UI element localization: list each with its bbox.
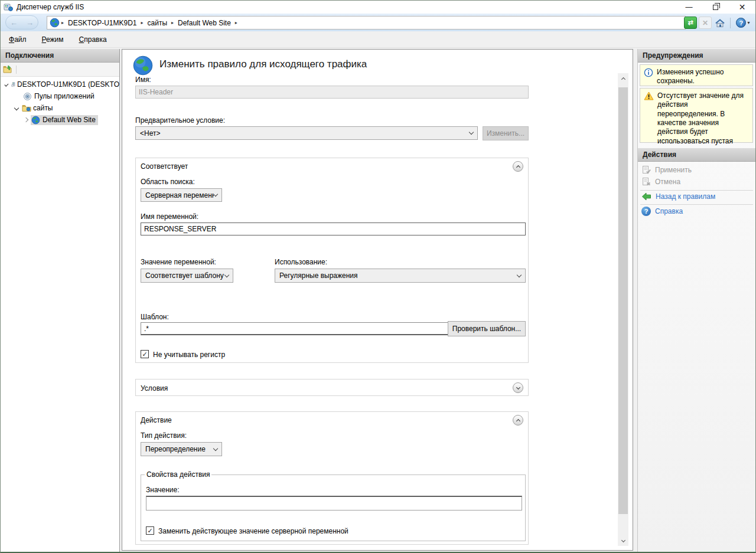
address-bar[interactable]: ▸ DESKTOP-U1MK9D1 ▸ сайты ▸ Default Web … bbox=[47, 16, 686, 30]
restore-button[interactable] bbox=[702, 1, 729, 14]
action-type-value: Переопределение bbox=[145, 445, 206, 453]
collapse-section-button[interactable] bbox=[513, 415, 523, 426]
scrollbar-thumb[interactable] bbox=[618, 87, 628, 514]
help-label: Справка bbox=[655, 207, 683, 215]
action-properties-group: Свойства действия Значение: ✓ Заменить д… bbox=[141, 470, 526, 541]
menu-help[interactable]: Справка bbox=[79, 35, 107, 44]
collapse-section-button[interactable] bbox=[513, 161, 523, 172]
scope-select[interactable]: Серверная переменн bbox=[141, 188, 222, 202]
application-pools-icon bbox=[23, 92, 32, 101]
conditions-section: Условия bbox=[135, 379, 529, 396]
tree-item-default-web-site[interactable]: Default Web Site bbox=[1, 114, 119, 126]
scroll-down-button[interactable] bbox=[618, 535, 628, 546]
pattern-input[interactable] bbox=[141, 322, 448, 335]
window-title: Диспетчер служб IIS bbox=[17, 3, 84, 11]
sites-folder-icon bbox=[22, 104, 31, 112]
breadcrumb-arrow-icon[interactable]: ▸ bbox=[141, 20, 144, 25]
tree-item-label: DESKTOP-U1MK9D1 (DESKTO bbox=[17, 80, 119, 89]
variable-name-input[interactable] bbox=[141, 222, 526, 235]
breadcrumb-arrow-icon[interactable]: ▸ bbox=[171, 20, 174, 25]
minimize-button[interactable]: — bbox=[676, 1, 702, 14]
help-button[interactable]: ? ▾ bbox=[734, 17, 752, 29]
breadcrumb-server[interactable]: DESKTOP-U1MK9D1 bbox=[68, 19, 136, 27]
breadcrumb-arrow-icon[interactable]: ▸ bbox=[235, 20, 237, 25]
action-section: Действие Тип действия: Переопределение С… bbox=[135, 411, 529, 545]
expand-chevron-icon[interactable] bbox=[4, 83, 8, 87]
scope-value: Серверная переменн bbox=[145, 191, 214, 199]
action-type-select[interactable]: Переопределение bbox=[141, 442, 222, 456]
action-section-title: Действие bbox=[141, 416, 172, 424]
selected-tree-item[interactable]: Default Web Site bbox=[31, 115, 98, 125]
edit-precondition-button[interactable]: Изменить... bbox=[483, 126, 529, 140]
help-caret-icon: ▾ bbox=[747, 20, 750, 25]
chevron-down-icon bbox=[213, 446, 218, 450]
using-select[interactable]: Регулярные выражения bbox=[275, 269, 526, 283]
match-section: Соответствует Область поиска: Серверная … bbox=[135, 158, 529, 363]
separator bbox=[640, 190, 753, 191]
help-icon: ? bbox=[641, 207, 651, 216]
tree-item-label: Default Web Site bbox=[43, 116, 96, 124]
page-title: Изменить правило для исходящего трафика bbox=[159, 58, 367, 70]
breadcrumb-default-web-site[interactable]: Default Web Site bbox=[178, 19, 231, 27]
ignore-case-checkbox[interactable]: ✓ bbox=[141, 350, 149, 358]
help-action[interactable]: ? Справка bbox=[641, 207, 683, 216]
close-button[interactable]: ✕ bbox=[729, 1, 755, 14]
home-button[interactable] bbox=[713, 17, 726, 29]
save-connection-icon[interactable] bbox=[3, 65, 12, 74]
match-section-title: Соответствует bbox=[141, 162, 188, 171]
scroll-up-button[interactable] bbox=[618, 73, 628, 84]
back-icon[interactable]: ← bbox=[10, 18, 18, 27]
expand-chevron-icon[interactable] bbox=[14, 106, 19, 110]
tree-item-sites[interactable]: сайты bbox=[1, 102, 119, 114]
stop-button[interactable]: ✕ bbox=[699, 17, 712, 29]
variable-value-value: Соответствует шаблону bbox=[145, 271, 224, 280]
warning-alert-text: Отсутствует значение для действия переоп… bbox=[657, 91, 750, 139]
tree-item-server[interactable]: DESKTOP-U1MK9D1 (DESKTO bbox=[1, 78, 119, 90]
conditions-section-title: Условия bbox=[141, 384, 168, 392]
chevron-down-icon bbox=[517, 272, 522, 277]
forward-icon[interactable]: → bbox=[26, 18, 34, 27]
breadcrumb-arrow-icon[interactable]: ▸ bbox=[61, 20, 64, 25]
back-to-rules-action[interactable]: Назад к правилам bbox=[641, 192, 715, 201]
variable-value-select[interactable]: Соответствует шаблону bbox=[141, 269, 233, 283]
variable-value-label: Значение переменной: bbox=[141, 258, 216, 266]
variable-name-label: Имя переменной: bbox=[141, 212, 198, 221]
toolbar-separator bbox=[730, 18, 731, 28]
expand-section-button[interactable] bbox=[513, 382, 523, 393]
chevron-down-icon bbox=[224, 272, 229, 277]
action-type-label: Тип действия: bbox=[141, 431, 187, 440]
back-arrow-icon bbox=[641, 192, 651, 201]
replace-value-label: Заменить действующее значение серверной … bbox=[158, 527, 348, 535]
warning-alert: Отсутствует значение для действия переоп… bbox=[640, 88, 753, 143]
using-label: Использование: bbox=[275, 258, 327, 266]
precondition-label: Предварительное условие: bbox=[135, 116, 225, 125]
refresh-icon: ⇄ bbox=[687, 19, 693, 27]
collapsed-chevron-icon[interactable] bbox=[24, 117, 28, 122]
menu-file[interactable]: Файл bbox=[9, 35, 27, 44]
action-value-label: Значение: bbox=[146, 486, 180, 494]
apply-action: Применить bbox=[641, 165, 692, 175]
toolbar-separator bbox=[16, 66, 17, 74]
actions-header: Действия bbox=[638, 148, 755, 162]
tree-item-label: сайты bbox=[33, 104, 53, 112]
action-value-input[interactable] bbox=[146, 496, 522, 511]
title-bar: Диспетчер служб IIS — ✕ bbox=[1, 1, 755, 14]
menu-view[interactable]: Режим bbox=[42, 35, 64, 44]
alerts-header: Предупреждения bbox=[638, 49, 755, 63]
chevron-down-icon bbox=[621, 538, 625, 542]
refresh-button[interactable]: ⇄ bbox=[684, 17, 697, 29]
breadcrumb-sites[interactable]: сайты bbox=[148, 19, 168, 27]
globe-icon bbox=[50, 18, 60, 28]
test-pattern-button[interactable]: Проверить шаблон... bbox=[448, 321, 526, 336]
name-input bbox=[135, 86, 529, 99]
iis-manager-window: Диспетчер служб IIS — ✕ ← → ▸ DESKTOP-U1… bbox=[0, 0, 756, 553]
window-controls: — ✕ bbox=[676, 1, 755, 14]
stop-icon: ✕ bbox=[702, 19, 708, 27]
tree-item-app-pools[interactable]: Пулы приложений bbox=[1, 90, 119, 102]
vertical-scrollbar[interactable] bbox=[618, 73, 628, 546]
replace-value-checkbox[interactable]: ✓ bbox=[146, 526, 154, 535]
precondition-select[interactable]: <Нет> bbox=[135, 126, 478, 140]
apply-label: Применить bbox=[655, 166, 692, 174]
chevron-up-icon bbox=[516, 165, 520, 169]
right-panel: Предупреждения Изменения успешно сохране… bbox=[637, 49, 755, 552]
